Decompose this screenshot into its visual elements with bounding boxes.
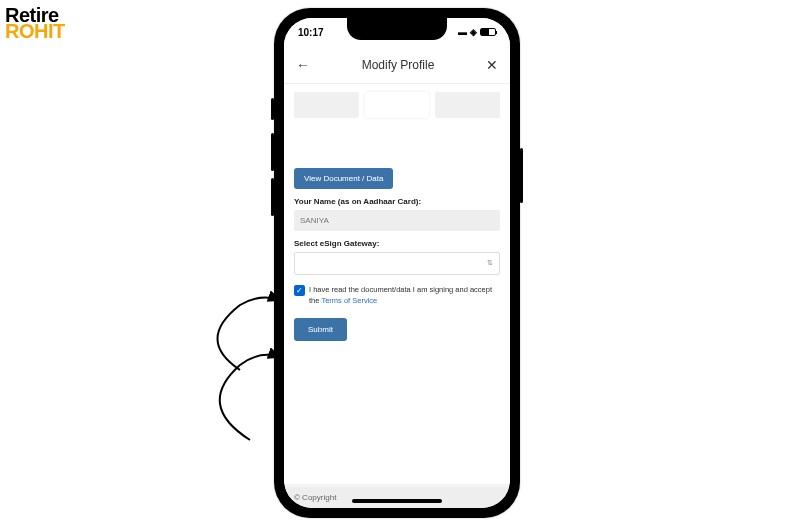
name-field: SANIYA bbox=[294, 210, 500, 231]
phone-side-button bbox=[271, 98, 274, 120]
content-area: View Document / Data Your Name (as on Aa… bbox=[284, 84, 510, 484]
logo-bottom: ROHIT bbox=[5, 21, 65, 41]
signal-icon: ▬ bbox=[458, 27, 467, 37]
consent-checkbox[interactable]: ✓ bbox=[294, 285, 305, 296]
gateway-label: Select eSign Gateway: bbox=[294, 239, 500, 248]
phone-notch bbox=[347, 18, 447, 40]
tabs-row bbox=[294, 92, 500, 118]
footer: © Copyright bbox=[284, 487, 510, 508]
phone-side-button bbox=[271, 133, 274, 171]
page-title: Modify Profile bbox=[362, 58, 435, 72]
battery-icon bbox=[480, 28, 496, 36]
home-indicator bbox=[352, 499, 442, 503]
name-label: Your Name (as on Aadhaar Card): bbox=[294, 197, 500, 206]
submit-button[interactable]: Submit bbox=[294, 318, 347, 341]
close-icon[interactable]: ✕ bbox=[486, 57, 498, 73]
app-header: ← Modify Profile ✕ bbox=[284, 46, 510, 84]
phone-frame: 10:17 ▬ ◈ ← Modify Profile ✕ View Docume… bbox=[274, 8, 520, 518]
wifi-icon: ◈ bbox=[470, 27, 477, 37]
phone-side-button bbox=[271, 178, 274, 216]
view-document-button[interactable]: View Document / Data bbox=[294, 168, 393, 189]
gateway-select[interactable] bbox=[294, 252, 500, 275]
phone-side-button bbox=[520, 148, 523, 203]
consent-row: ✓ I have read the document/data I am sig… bbox=[294, 285, 500, 306]
consent-text: I have read the document/data I am signi… bbox=[309, 285, 500, 306]
tab-active[interactable] bbox=[365, 92, 430, 118]
back-arrow-icon[interactable]: ← bbox=[296, 57, 310, 73]
brand-logo: Retire ROHIT bbox=[5, 5, 65, 41]
tos-link[interactable]: Terms of Service bbox=[321, 296, 377, 305]
copyright-text: © Copyright bbox=[294, 493, 336, 502]
status-time: 10:17 bbox=[298, 27, 324, 38]
tab[interactable] bbox=[294, 92, 359, 118]
tab[interactable] bbox=[435, 92, 500, 118]
